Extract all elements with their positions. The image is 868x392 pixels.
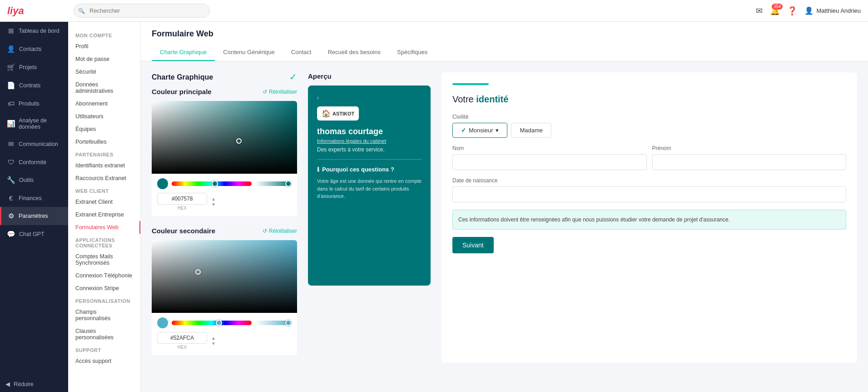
next-button[interactable]: Suivant (452, 237, 494, 253)
sidebar-item-produits[interactable]: 🏷 Produits (0, 95, 68, 112)
monsieur-btn[interactable]: ✓ Monsieur ▾ (452, 123, 507, 138)
nav-abonnement[interactable]: Abonnement (68, 97, 140, 110)
couleur-secondaire-title-row: Couleur secondaire ↺ Réinitialiser (152, 227, 297, 235)
reset-secondaire-label: Réinitialiser (269, 228, 297, 234)
color-dot-secondary[interactable] (195, 269, 201, 275)
sidebar-item-outils[interactable]: 🔧 Outils (0, 171, 68, 189)
alpha-bar-secondary[interactable] (255, 321, 292, 325)
hue-bar-primary[interactable] (172, 181, 252, 186)
communication-icon: ✉ (7, 140, 15, 148)
section-mon-compte: Mon Compte (68, 29, 140, 40)
help-icon[interactable]: ❓ (787, 6, 797, 16)
nav-acces-support[interactable]: Accès support (68, 355, 140, 367)
section-personnalisation: Personnalisation (68, 295, 140, 306)
nav-equipes[interactable]: Équipes (68, 123, 140, 136)
contrats-icon: 📄 (7, 81, 15, 90)
color-gradient-primary[interactable] (152, 101, 297, 174)
spinner-up-primary[interactable]: ▲ (211, 196, 216, 202)
tab-contact[interactable]: Contact (283, 44, 320, 61)
hex-input-secondary[interactable] (157, 332, 207, 344)
spinner-up-secondary[interactable]: ▲ (211, 336, 216, 341)
color-dot-primary[interactable] (236, 138, 242, 144)
sidebar-item-communication[interactable]: ✉ Communication (0, 135, 68, 153)
charte-title-row: Charte Graphique ✓ (152, 72, 297, 82)
alpha-bar-primary[interactable] (255, 181, 292, 186)
hex-row-primary: HEX ▲ ▼ (152, 191, 297, 216)
nav-connexion-stripe[interactable]: Connexion Stripe (68, 282, 140, 295)
nav-clauses[interactable]: Clauses personnalisées (68, 325, 140, 344)
preview-card: ‹ 🏠 ASTIKOT thomas courtage Informations… (308, 85, 431, 286)
tab-charte-graphique[interactable]: Charte Graphique (152, 44, 215, 61)
nav-utilisateurs[interactable]: Utilisateurs (68, 110, 140, 123)
nom-input[interactable] (452, 154, 647, 170)
madame-label: Madame (520, 127, 543, 134)
section-web-client: Web Client (68, 185, 140, 196)
sidebar-item-parametres[interactable]: ⚙ Paramètres (0, 207, 68, 225)
spinner-down-primary[interactable]: ▼ (211, 202, 216, 207)
prenom-group: Prénom (652, 145, 847, 170)
main-content: Charte Graphique ✓ Couleur principale ↺ … (141, 61, 868, 373)
preview-divider (317, 159, 422, 160)
sidebar-item-analyse[interactable]: 📊 Analyse de données (0, 112, 68, 135)
hex-label-primary: HEX (157, 206, 207, 211)
reset-principale-btn[interactable]: ↺ Réinitialiser (263, 89, 297, 95)
sidebar-item-conformite[interactable]: 🛡 Conformité (0, 153, 68, 171)
nav-donnees-admin[interactable]: Données administratives (68, 78, 140, 97)
check-icon: ✓ (289, 71, 297, 82)
nav-profil[interactable]: Profil (68, 40, 140, 53)
hue-thumb-secondary[interactable] (216, 320, 222, 326)
color-picker-primary: HEX ▲ ▼ (152, 101, 297, 216)
charte-title: Charte Graphique (152, 73, 213, 81)
user-menu[interactable]: 👤 Matthieu Andrieu (804, 6, 861, 15)
second-nav: Mon Compte Profil Mot de passe Sécurité … (68, 22, 141, 392)
bell-icon[interactable]: 🔔 354 (770, 6, 780, 16)
sidebar-item-tableau-de-bord[interactable]: ⊞ Tableau de bord (0, 22, 68, 40)
sidebar-item-finances[interactable]: € Finances (0, 189, 68, 207)
sidebar-label: Communication (19, 141, 58, 147)
nav-portefeuilles[interactable]: Portefeuilles (68, 136, 140, 148)
main-area: Formulaire Web Charte Graphique Contenu … (141, 22, 868, 392)
tab-specifiques[interactable]: Spécifiques (389, 44, 436, 61)
mail-icon[interactable]: ✉ (756, 6, 763, 16)
hue-bar-secondary[interactable] (172, 321, 252, 325)
nav-extranet-client[interactable]: Extranet Client (68, 196, 140, 208)
alpha-thumb-secondary[interactable] (285, 320, 292, 326)
date-naissance-input[interactable] (452, 186, 846, 202)
nav-extranet-entreprise[interactable]: Extranet Entreprise (68, 208, 140, 221)
tab-recueil-besoins[interactable]: Recueil des besoins (320, 44, 389, 61)
sidebar-item-projets[interactable]: 🛒 Projets (0, 58, 68, 76)
nav-comptes-mails[interactable]: Comptes Mails Synchronisés (68, 250, 140, 269)
reset-secondaire-btn[interactable]: ↺ Réinitialiser (263, 228, 297, 234)
app-body: ⊞ Tableau de bord 👤 Contacts 🛒 Projets 📄… (0, 22, 868, 392)
finances-icon: € (7, 194, 15, 202)
nav-raccourcis[interactable]: Raccourcis Extranet (68, 172, 140, 185)
tab-contenu-generique[interactable]: Contenu Générique (215, 44, 283, 61)
preview-legal-link[interactable]: Informations légales du cabinet (317, 138, 422, 144)
sidebar-item-contrats[interactable]: 📄 Contrats (0, 76, 68, 95)
search-input[interactable] (74, 4, 210, 18)
topbar-right: ✉ 🔔 354 ❓ 👤 Matthieu Andrieu (756, 6, 861, 16)
sidebar-label: Produits (19, 101, 40, 107)
hex-input-primary[interactable] (157, 193, 207, 205)
spinner-down-secondary[interactable]: ▼ (211, 341, 216, 347)
nav-champs[interactable]: Champs personnalisés (68, 306, 140, 325)
madame-btn[interactable]: Madame (511, 123, 551, 138)
nav-formulaires-web[interactable]: Formulaires Web (68, 221, 140, 234)
hue-thumb-primary[interactable] (212, 181, 218, 187)
form-title-prefix: Votre (452, 94, 476, 104)
nav-mot-de-passe[interactable]: Mot de passe (68, 53, 140, 65)
hue-row-secondary (152, 313, 297, 330)
sidebar-collapse[interactable]: ◀ Réduire (0, 376, 68, 392)
search-wrap (74, 4, 210, 18)
sidebar-label: Paramètres (19, 213, 48, 219)
date-naissance-group: Date de naissance (452, 177, 846, 202)
alpha-thumb-primary[interactable] (285, 181, 292, 187)
prenom-input[interactable] (652, 154, 847, 170)
nav-securite[interactable]: Sécurité (68, 65, 140, 78)
parametres-icon: ⚙ (7, 212, 15, 220)
nav-connexion-tel[interactable]: Connexion Téléphonie (68, 269, 140, 282)
sidebar-item-contacts[interactable]: 👤 Contacts (0, 40, 68, 58)
sidebar-item-chat-gpt[interactable]: 💬 Chat GPT (0, 225, 68, 243)
nav-identifiants[interactable]: Identifiants extranet (68, 159, 140, 172)
color-gradient-secondary[interactable] (152, 240, 297, 313)
